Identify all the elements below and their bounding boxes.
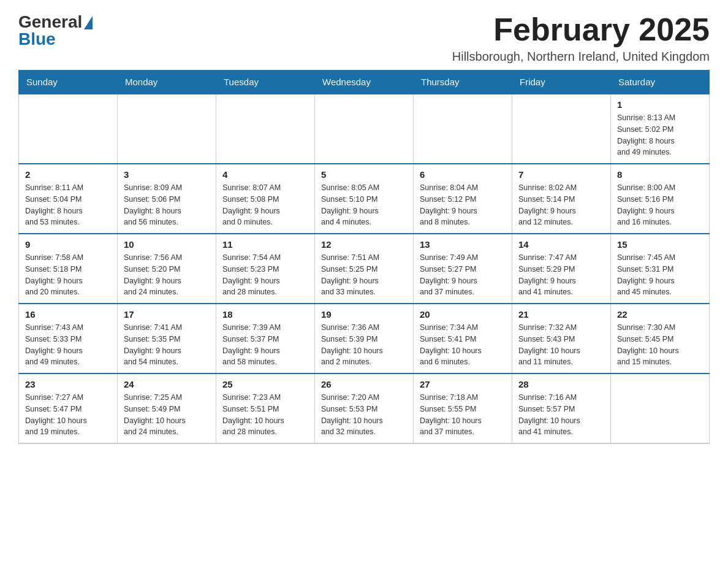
calendar-week-row: 1Sunrise: 8:13 AM Sunset: 5:02 PM Daylig…	[19, 94, 710, 164]
day-number: 16	[25, 309, 111, 320]
logo-blue-text: Blue	[18, 29, 56, 49]
day-info: Sunrise: 8:04 AM Sunset: 5:12 PM Dayligh…	[420, 182, 506, 228]
calendar-cell: 2Sunrise: 8:11 AM Sunset: 5:04 PM Daylig…	[19, 164, 118, 234]
calendar-week-row: 2Sunrise: 8:11 AM Sunset: 5:04 PM Daylig…	[19, 164, 710, 234]
day-number: 28	[518, 379, 604, 389]
calendar-cell: 13Sunrise: 7:49 AM Sunset: 5:27 PM Dayli…	[414, 234, 512, 304]
calendar-cell: 10Sunrise: 7:56 AM Sunset: 5:20 PM Dayli…	[118, 234, 216, 304]
day-info: Sunrise: 7:27 AM Sunset: 5:47 PM Dayligh…	[25, 392, 111, 438]
day-number: 13	[420, 239, 506, 250]
day-info: Sunrise: 7:34 AM Sunset: 5:41 PM Dayligh…	[420, 322, 506, 368]
calendar-cell: 3Sunrise: 8:09 AM Sunset: 5:06 PM Daylig…	[118, 164, 216, 234]
day-info: Sunrise: 7:39 AM Sunset: 5:37 PM Dayligh…	[222, 322, 308, 368]
weekday-header-sunday: Sunday	[19, 71, 118, 94]
day-number: 23	[25, 379, 111, 389]
day-info: Sunrise: 7:16 AM Sunset: 5:57 PM Dayligh…	[518, 392, 604, 438]
day-number: 21	[518, 309, 604, 320]
calendar-cell: 6Sunrise: 8:04 AM Sunset: 5:12 PM Daylig…	[414, 164, 512, 234]
day-number: 10	[124, 239, 210, 250]
day-number: 6	[420, 169, 506, 180]
calendar-cell: 27Sunrise: 7:18 AM Sunset: 5:55 PM Dayli…	[414, 373, 512, 443]
calendar-cell: 23Sunrise: 7:27 AM Sunset: 5:47 PM Dayli…	[19, 373, 118, 443]
day-number: 8	[617, 169, 703, 180]
weekday-header-thursday: Thursday	[414, 71, 512, 94]
day-number: 27	[420, 379, 506, 389]
calendar-cell	[118, 94, 216, 164]
weekday-header-saturday: Saturday	[611, 71, 710, 94]
calendar-cell	[512, 94, 611, 164]
calendar-cell: 8Sunrise: 8:00 AM Sunset: 5:16 PM Daylig…	[611, 164, 710, 234]
day-info: Sunrise: 8:02 AM Sunset: 5:14 PM Dayligh…	[518, 182, 604, 228]
day-number: 9	[25, 239, 111, 250]
location-subtitle: Hillsborough, Northern Ireland, United K…	[452, 50, 710, 64]
calendar-cell: 5Sunrise: 8:05 AM Sunset: 5:10 PM Daylig…	[315, 164, 414, 234]
logo: General Blue	[18, 12, 93, 49]
day-number: 2	[25, 169, 111, 180]
calendar-cell: 28Sunrise: 7:16 AM Sunset: 5:57 PM Dayli…	[512, 373, 611, 443]
day-info: Sunrise: 7:32 AM Sunset: 5:43 PM Dayligh…	[518, 322, 604, 368]
calendar-table: SundayMondayTuesdayWednesdayThursdayFrid…	[18, 70, 710, 444]
calendar-cell: 7Sunrise: 8:02 AM Sunset: 5:14 PM Daylig…	[512, 164, 611, 234]
calendar-cell: 11Sunrise: 7:54 AM Sunset: 5:23 PM Dayli…	[216, 234, 315, 304]
calendar-cell	[611, 373, 710, 443]
calendar-cell: 18Sunrise: 7:39 AM Sunset: 5:37 PM Dayli…	[216, 304, 315, 373]
calendar-week-row: 9Sunrise: 7:58 AM Sunset: 5:18 PM Daylig…	[19, 234, 710, 304]
day-info: Sunrise: 7:18 AM Sunset: 5:55 PM Dayligh…	[420, 392, 506, 438]
day-number: 22	[617, 309, 703, 320]
page-header: General Blue February 2025 Hillsborough,…	[18, 12, 710, 64]
day-number: 4	[222, 169, 308, 180]
day-info: Sunrise: 7:56 AM Sunset: 5:20 PM Dayligh…	[124, 252, 210, 298]
calendar-cell	[414, 94, 512, 164]
day-info: Sunrise: 7:23 AM Sunset: 5:51 PM Dayligh…	[222, 392, 308, 438]
day-info: Sunrise: 8:07 AM Sunset: 5:08 PM Dayligh…	[222, 182, 308, 228]
day-info: Sunrise: 8:05 AM Sunset: 5:10 PM Dayligh…	[321, 182, 407, 228]
calendar-cell: 15Sunrise: 7:45 AM Sunset: 5:31 PM Dayli…	[611, 234, 710, 304]
day-number: 25	[222, 379, 308, 389]
day-info: Sunrise: 7:36 AM Sunset: 5:39 PM Dayligh…	[321, 322, 407, 368]
day-number: 20	[420, 309, 506, 320]
day-info: Sunrise: 7:30 AM Sunset: 5:45 PM Dayligh…	[617, 322, 703, 368]
calendar-cell: 1Sunrise: 8:13 AM Sunset: 5:02 PM Daylig…	[611, 94, 710, 164]
calendar-cell: 16Sunrise: 7:43 AM Sunset: 5:33 PM Dayli…	[19, 304, 118, 373]
calendar-cell: 9Sunrise: 7:58 AM Sunset: 5:18 PM Daylig…	[19, 234, 118, 304]
calendar-week-row: 16Sunrise: 7:43 AM Sunset: 5:33 PM Dayli…	[19, 304, 710, 373]
day-number: 17	[124, 309, 210, 320]
weekday-header-wednesday: Wednesday	[315, 71, 414, 94]
calendar-cell: 19Sunrise: 7:36 AM Sunset: 5:39 PM Dayli…	[315, 304, 414, 373]
calendar-cell	[216, 94, 315, 164]
logo-triangle-icon	[84, 16, 93, 29]
day-number: 24	[124, 379, 210, 389]
calendar-cell	[315, 94, 414, 164]
calendar-cell: 22Sunrise: 7:30 AM Sunset: 5:45 PM Dayli…	[611, 304, 710, 373]
day-info: Sunrise: 7:20 AM Sunset: 5:53 PM Dayligh…	[321, 392, 407, 438]
day-number: 14	[518, 239, 604, 250]
day-number: 11	[222, 239, 308, 250]
day-info: Sunrise: 8:09 AM Sunset: 5:06 PM Dayligh…	[124, 182, 210, 228]
day-info: Sunrise: 7:49 AM Sunset: 5:27 PM Dayligh…	[420, 252, 506, 298]
calendar-week-row: 23Sunrise: 7:27 AM Sunset: 5:47 PM Dayli…	[19, 373, 710, 443]
day-info: Sunrise: 8:11 AM Sunset: 5:04 PM Dayligh…	[25, 182, 111, 228]
day-info: Sunrise: 7:43 AM Sunset: 5:33 PM Dayligh…	[25, 322, 111, 368]
day-number: 26	[321, 379, 407, 389]
day-info: Sunrise: 7:25 AM Sunset: 5:49 PM Dayligh…	[124, 392, 210, 438]
weekday-header-tuesday: Tuesday	[216, 71, 315, 94]
calendar-cell: 14Sunrise: 7:47 AM Sunset: 5:29 PM Dayli…	[512, 234, 611, 304]
day-info: Sunrise: 7:54 AM Sunset: 5:23 PM Dayligh…	[222, 252, 308, 298]
day-info: Sunrise: 7:45 AM Sunset: 5:31 PM Dayligh…	[617, 252, 703, 298]
day-number: 3	[124, 169, 210, 180]
calendar-cell: 20Sunrise: 7:34 AM Sunset: 5:41 PM Dayli…	[414, 304, 512, 373]
calendar-cell: 25Sunrise: 7:23 AM Sunset: 5:51 PM Dayli…	[216, 373, 315, 443]
day-info: Sunrise: 7:41 AM Sunset: 5:35 PM Dayligh…	[124, 322, 210, 368]
calendar-cell: 17Sunrise: 7:41 AM Sunset: 5:35 PM Dayli…	[118, 304, 216, 373]
calendar-cell: 12Sunrise: 7:51 AM Sunset: 5:25 PM Dayli…	[315, 234, 414, 304]
day-info: Sunrise: 8:00 AM Sunset: 5:16 PM Dayligh…	[617, 182, 703, 228]
day-info: Sunrise: 8:13 AM Sunset: 5:02 PM Dayligh…	[617, 112, 703, 158]
title-section: February 2025 Hillsborough, Northern Ire…	[452, 12, 710, 64]
day-number: 5	[321, 169, 407, 180]
day-number: 7	[518, 169, 604, 180]
month-title: February 2025	[452, 12, 710, 47]
calendar-cell	[19, 94, 118, 164]
calendar-header-row: SundayMondayTuesdayWednesdayThursdayFrid…	[19, 71, 710, 94]
weekday-header-friday: Friday	[512, 71, 611, 94]
day-info: Sunrise: 7:47 AM Sunset: 5:29 PM Dayligh…	[518, 252, 604, 298]
